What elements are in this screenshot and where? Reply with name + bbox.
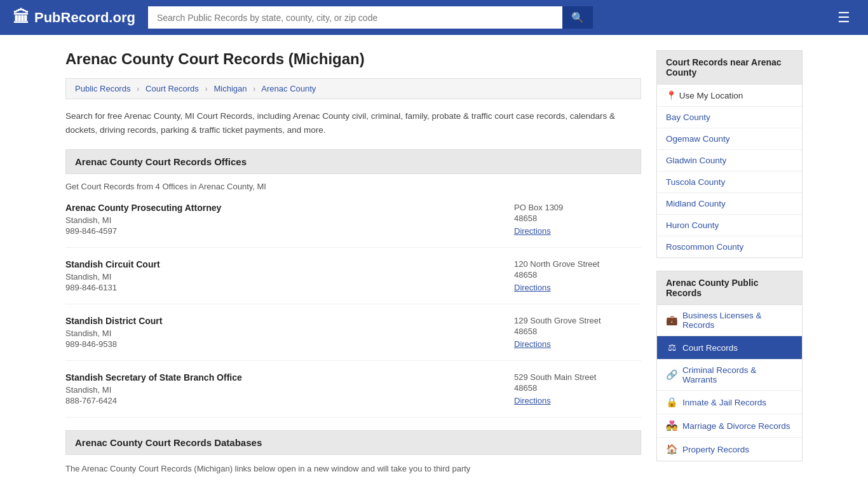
content-area: Arenac County Court Records (Michigan) P…	[65, 50, 641, 476]
tuscola-county-link[interactable]: Tuscola County	[657, 172, 802, 193]
sidebar-nearby-gladwin: Gladwin County	[657, 150, 802, 172]
main-container: Arenac County Court Records (Michigan) P…	[53, 35, 815, 488]
office-address-3: 129 South Grove Street	[514, 316, 641, 325]
office-zip-1: 48658	[514, 214, 641, 223]
office-address-4: 529 South Main Street	[514, 372, 641, 382]
breadcrumb-sep-1: ›	[137, 84, 139, 93]
gladwin-county-link[interactable]: Gladwin County	[657, 150, 802, 171]
sidebar-item-inmate: 🔒 Inmate & Jail Records	[657, 391, 802, 414]
breadcrumb-public-records[interactable]: Public Records	[75, 84, 130, 93]
link-icon: 🔗	[666, 369, 677, 381]
property-records-label: Property Records	[682, 445, 749, 454]
bay-county-link[interactable]: Bay County	[657, 107, 802, 128]
location-icon: 📍	[666, 91, 677, 100]
logo-text: PubRecord.org	[34, 10, 135, 26]
office-entry-3: Standish District Court Standish, MI 989…	[65, 316, 641, 361]
sidebar-nearby-title: Court Records near Arenac County	[656, 50, 803, 85]
use-location-link[interactable]: 📍 Use My Location	[657, 85, 802, 106]
breadcrumb-sep-2: ›	[205, 84, 207, 93]
office-right-2: 120 North Grove Street 48658 Directions	[514, 259, 641, 292]
sidebar-item-court: ⚖ Court Records	[657, 336, 802, 360]
marriage-records-label: Marriage & Divorce Records	[682, 421, 790, 431]
search-bar: 🔍	[148, 6, 593, 29]
breadcrumb: Public Records › Court Records › Michiga…	[65, 78, 641, 99]
sidebar-item-criminal: 🔗 Criminal Records & Warrants	[657, 360, 802, 391]
office-left-4: Standish Secretary of State Branch Offic…	[65, 372, 489, 405]
ogemaw-county-link[interactable]: Ogemaw County	[657, 128, 802, 149]
db-section-header: Arenac County Court Records Databases	[65, 430, 641, 455]
site-logo[interactable]: 🏛 PubRecord.org	[13, 8, 135, 27]
office-phone-3: 989-846-9538	[65, 339, 489, 349]
sidebar-item-business: 💼 Business Licenses & Records	[657, 305, 802, 336]
sidebar-nearby-tuscola: Tuscola County	[657, 172, 802, 193]
sidebar-nearby-ogemaw: Ogemaw County	[657, 128, 802, 150]
page-description: Search for free Arenac County, MI Court …	[65, 109, 641, 137]
office-city-4: Standish, MI	[65, 385, 489, 395]
sidebar-nearby-list: 📍 Use My Location Bay County Ogemaw Coun…	[656, 85, 803, 258]
use-location-label: Use My Location	[679, 91, 743, 100]
property-records-link[interactable]: 🏠 Property Records	[657, 438, 802, 461]
db-desc: The Arenac County Court Records (Michiga…	[65, 463, 641, 476]
breadcrumb-michigan[interactable]: Michigan	[214, 84, 247, 93]
hamburger-menu-button[interactable]: ☰	[832, 7, 855, 29]
directions-link-1[interactable]: Directions	[514, 226, 551, 236]
breadcrumb-arenac-county[interactable]: Arenac County	[261, 84, 316, 93]
office-right-1: PO Box 1309 48658 Directions	[514, 203, 641, 236]
directions-link-3[interactable]: Directions	[514, 339, 551, 349]
office-entry-2: Standish Circuit Court Standish, MI 989-…	[65, 259, 641, 304]
site-header: 🏛 PubRecord.org 🔍 ☰	[0, 0, 868, 35]
rings-icon: 💑	[666, 420, 677, 431]
court-records-label: Court Records	[682, 343, 738, 353]
office-city-1: Standish, MI	[65, 215, 489, 225]
scales-icon: ⚖	[666, 342, 677, 353]
office-name-2: Standish Circuit Court	[65, 259, 489, 269]
sidebar-nearby-roscommon: Roscommon County	[657, 236, 802, 257]
office-phone-2: 989-846-6131	[65, 283, 489, 292]
business-licenses-label: Business Licenses & Records	[682, 311, 793, 330]
office-right-3: 129 South Grove Street 48658 Directions	[514, 316, 641, 349]
business-licenses-link[interactable]: 💼 Business Licenses & Records	[657, 305, 802, 336]
office-address-2: 120 North Grove Street	[514, 259, 641, 269]
sidebar-item-property: 🏠 Property Records	[657, 438, 802, 461]
midland-county-link[interactable]: Midland County	[657, 193, 802, 214]
huron-county-link[interactable]: Huron County	[657, 215, 802, 236]
lock-icon: 🔒	[666, 396, 677, 408]
office-name-1: Arenac County Prosecuting Attorney	[65, 203, 489, 213]
office-zip-2: 48658	[514, 270, 641, 280]
criminal-records-link[interactable]: 🔗 Criminal Records & Warrants	[657, 360, 802, 390]
office-zip-3: 48658	[514, 327, 641, 336]
office-entry-1: Arenac County Prosecuting Attorney Stand…	[65, 203, 641, 248]
inmate-records-label: Inmate & Jail Records	[682, 398, 766, 407]
sidebar-nearby-bay: Bay County	[657, 107, 802, 128]
office-phone-1: 989-846-4597	[65, 226, 489, 236]
hamburger-icon: ☰	[837, 10, 850, 25]
sidebar-nearby-midland: Midland County	[657, 193, 802, 215]
office-city-2: Standish, MI	[65, 272, 489, 281]
office-name-4: Standish Secretary of State Branch Offic…	[65, 372, 489, 383]
sidebar: Court Records near Arenac County 📍 Use M…	[656, 50, 803, 476]
marriage-records-link[interactable]: 💑 Marriage & Divorce Records	[657, 414, 802, 437]
office-left-2: Standish Circuit Court Standish, MI 989-…	[65, 259, 489, 292]
office-phone-4: 888-767-6424	[65, 396, 489, 405]
office-entry-4: Standish Secretary of State Branch Offic…	[65, 372, 641, 417]
criminal-records-label: Criminal Records & Warrants	[682, 365, 793, 384]
offices-section-header: Arenac County Court Records Offices	[65, 149, 641, 174]
search-input[interactable]	[148, 6, 562, 29]
directions-link-4[interactable]: Directions	[514, 396, 551, 405]
office-left-1: Arenac County Prosecuting Attorney Stand…	[65, 203, 489, 236]
sidebar-public-records-list: 💼 Business Licenses & Records ⚖ Court Re…	[656, 305, 803, 461]
roscommon-county-link[interactable]: Roscommon County	[657, 236, 802, 257]
directions-link-2[interactable]: Directions	[514, 283, 551, 292]
office-address-1: PO Box 1309	[514, 203, 641, 212]
logo-icon: 🏛	[13, 8, 29, 27]
search-button[interactable]: 🔍	[562, 6, 593, 29]
sidebar-item-marriage: 💑 Marriage & Divorce Records	[657, 414, 802, 438]
court-records-link[interactable]: ⚖ Court Records	[657, 336, 802, 359]
search-icon: 🔍	[571, 12, 584, 23]
office-right-4: 529 South Main Street 48658 Directions	[514, 372, 641, 405]
breadcrumb-court-records[interactable]: Court Records	[146, 84, 199, 93]
inmate-records-link[interactable]: 🔒 Inmate & Jail Records	[657, 391, 802, 414]
offices-sub-desc: Get Court Records from 4 Offices in Aren…	[65, 182, 641, 191]
office-name-3: Standish District Court	[65, 316, 489, 326]
sidebar-public-records-title: Arenac County Public Records	[656, 271, 803, 305]
